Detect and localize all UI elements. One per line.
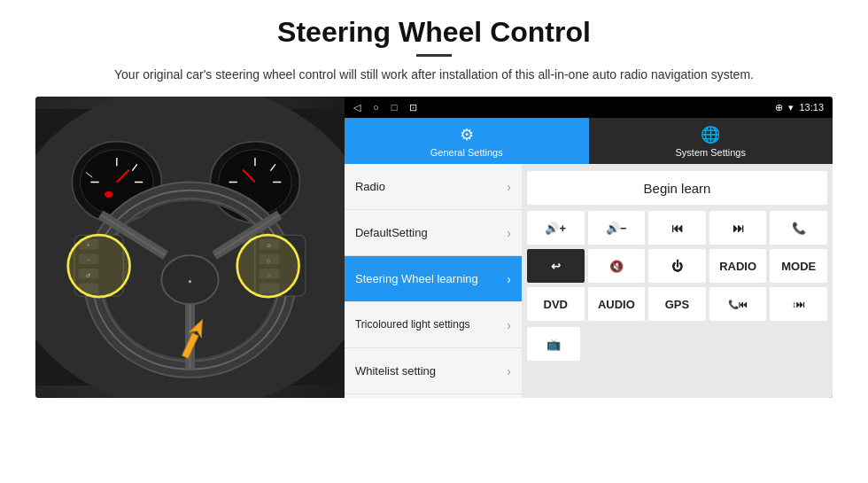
begin-learn-row: Begin learn [527,169,827,206]
page-title: Steering Wheel Control [277,16,591,49]
tab-general[interactable]: ⚙ General Settings [345,118,589,164]
phone-next-button[interactable]: ↕⏭ [770,287,827,321]
menu-steering-arrow: › [507,272,511,286]
volume-up-button[interactable]: 🔊+ [527,211,585,245]
top-tabs: ⚙ General Settings 🌐 System Settings [345,118,833,164]
power-button[interactable]: ⏻ [648,249,706,283]
menu-whitelist-label: Whitelist setting [355,364,436,378]
mode-button[interactable]: MODE [770,249,827,283]
svg-point-46 [68,235,130,297]
hang-up-button[interactable]: ↩ [527,249,585,283]
general-settings-icon: ⚙ [460,125,474,144]
tab-system[interactable]: 🌐 System Settings [589,118,833,164]
menu-item-tricoloured[interactable]: Tricoloured light settings › [345,302,522,348]
status-time: 13:13 [799,102,824,113]
main-content: Radio › DefaultSetting › Steering Wheel … [345,164,833,398]
menu-item-default[interactable]: DefaultSetting › [345,210,522,256]
menu-tricoloured-arrow: › [507,318,511,332]
home-icon: ○ [373,102,379,113]
menu-default-label: DefaultSetting [355,226,428,239]
menu-icon: ⊡ [409,102,417,113]
menu-whitelist-arrow: › [507,364,511,378]
tab-general-label: General Settings [430,147,503,158]
control-row-2: ↩ 🔇 ⏻ RADIO MODE [527,249,827,283]
gps-icon: ⊕ [775,102,783,113]
system-settings-icon: 🌐 [701,125,720,144]
back-icon: ◁ [353,102,360,113]
recent-icon: □ [391,102,398,113]
audio-button[interactable]: AUDIO [588,287,646,321]
phone-prev-button[interactable]: 📞⏮ [709,287,767,321]
menu-radio-label: Radio [355,180,385,193]
radio-button[interactable]: RADIO [709,249,767,283]
media-button[interactable]: 📺 [527,327,580,361]
title-divider [416,54,452,57]
android-panel: ◁ ○ □ ⊡ ⊕ ▾ 13:13 ⚙ General Settings [345,97,833,398]
gps-button[interactable]: GPS [648,287,706,321]
svg-point-47 [237,235,299,297]
svg-text:●: ● [188,277,191,285]
menu-tricoloured-label: Tricoloured light settings [355,318,470,331]
control-row-1: 🔊+ 🔊− ⏮ ⏭ 📞 [527,211,827,245]
menu-item-whitelist[interactable]: Whitelist setting › [345,348,522,394]
begin-learn-button[interactable]: Begin learn [527,171,827,205]
left-menu: Radio › DefaultSetting › Steering Wheel … [345,164,522,398]
menu-radio-arrow: › [507,180,511,194]
menu-steering-label: Steering Wheel learning [355,272,478,285]
dvd-button[interactable]: DVD [527,287,585,321]
tab-system-label: System Settings [676,147,746,158]
next-track-button[interactable]: ⏭ [709,211,767,245]
svg-point-10 [105,191,112,198]
mute-button[interactable]: 🔇 [588,249,646,283]
control-row-3: DVD AUDIO GPS 📞⏮ ↕⏭ [527,287,827,321]
status-bar: ◁ ○ □ ⊡ ⊕ ▾ 13:13 [345,97,833,118]
right-control-panel: Begin learn 🔊+ 🔊− ⏮ ⏭ 📞 ↩ 🔇 ⏻ [522,164,833,398]
page-subtitle: Your original car's steering wheel contr… [114,66,754,84]
wifi-icon: ▾ [788,102,794,113]
volume-down-button[interactable]: 🔊− [588,211,646,245]
steering-wheel-image: ● + − ↺ [35,97,345,398]
menu-item-radio[interactable]: Radio › [345,164,522,210]
menu-default-arrow: › [507,226,511,240]
menu-item-steering[interactable]: Steering Wheel learning › [345,256,522,302]
prev-track-button[interactable]: ⏮ [648,211,706,245]
phone-button[interactable]: 📞 [770,211,827,245]
